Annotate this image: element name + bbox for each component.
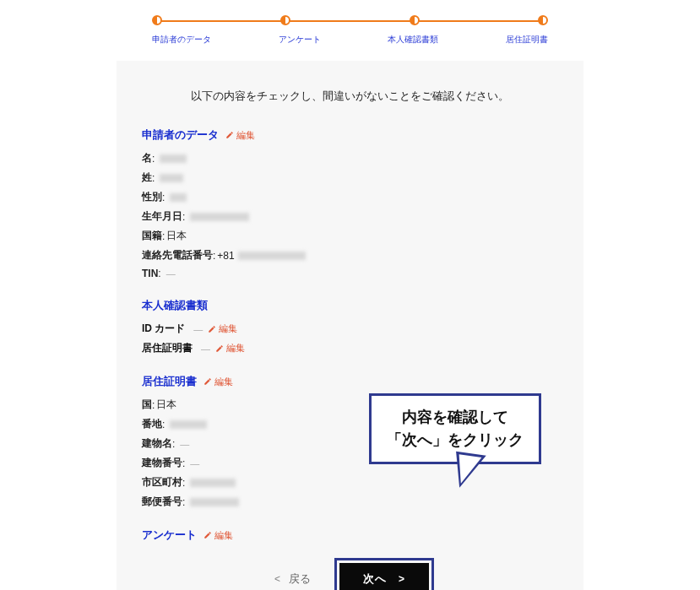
phone-label: 連絡先電話番号 [142,248,213,263]
residence-title: 居住証明書 [142,374,197,389]
edit-id-card-button[interactable]: 編集 [208,322,237,335]
back-button[interactable]: < 戻る [266,565,319,590]
edit-label: 編集 [219,322,237,335]
step-dot-3 [410,15,420,25]
callout-line2: 「次へ」をクリック [387,429,524,452]
pencil-icon [203,377,212,386]
step-label-1: 申請者のデータ [152,34,211,46]
edit-label: 編集 [226,342,245,355]
building-no-label: 建物番号 [142,456,182,470]
phone-value-redacted [238,252,306,260]
back-label: 戻る [289,571,311,587]
city-label: 市区町村 [142,475,182,490]
dob-label: 生年月日 [142,209,182,224]
dob-value-redacted [190,213,249,221]
step-label-3: 本人確認書類 [388,34,438,46]
edit-residence-proof-button[interactable]: 編集 [215,342,245,355]
edit-label: 編集 [214,529,233,542]
step-dot-4 [538,15,548,25]
edit-residence-button[interactable]: 編集 [203,376,233,388]
applicant-title: 申請者のデータ [142,127,219,143]
edit-applicant-button[interactable]: 編集 [225,129,255,142]
name-label: 名 [142,151,152,165]
country-value: 日本 [156,398,176,412]
street-value-redacted [170,420,207,429]
chevron-left-icon: < [274,573,280,585]
edit-label: 編集 [214,376,233,388]
pencil-icon [215,344,224,353]
nationality-value: 日本 [166,229,187,243]
step-dot-1 [152,15,162,25]
street-label: 番地 [142,417,162,431]
button-row: < 戻る 次へ > [142,558,558,590]
next-highlight-frame: 次へ > [334,558,434,590]
gender-value-redacted [170,193,187,202]
callout-arrow [451,452,486,491]
step-label-4: 居住証明書 [506,34,548,46]
identity-section: 本人確認書類 ID カード — 編集 居住証明書 — 編集 [142,298,558,355]
id-card-label: ID カード [142,322,185,336]
surname-label: 姓 [142,171,152,185]
pencil-icon [208,325,216,333]
step-label-2: アンケート [279,34,321,46]
identity-title: 本人確認書類 [142,298,208,313]
pencil-icon [203,531,212,539]
surname-value-redacted [160,174,183,182]
postal-label: 郵便番号 [142,495,182,509]
country-label: 国 [142,398,152,412]
postal-value-redacted [190,498,239,506]
next-button[interactable]: 次へ > [339,563,429,590]
applicant-section: 申請者のデータ 編集 名: 姓: 性別: 生年月日: 国籍: 日本 連絡先電話番… [142,127,558,279]
city-value-redacted [190,479,236,487]
next-label: 次へ [363,571,387,587]
phone-prefix: +81 [217,250,234,262]
step-dot-2 [280,15,290,25]
building-name-label: 建物名 [142,436,172,451]
nationality-label: 国籍 [142,229,162,243]
chevron-right-icon: > [399,573,405,585]
residence-proof-sub-label: 居住証明書 [142,341,193,355]
edit-label: 編集 [236,129,255,142]
callout-line1: 内容を確認して [387,406,524,429]
survey-section: アンケート 編集 [142,528,558,543]
gender-label: 性別 [142,190,162,204]
review-panel: 以下の内容をチェックし、間違いがないことをご確認ください。 申請者のデータ 編集… [117,61,583,590]
intro-text: 以下の内容をチェックし、間違いがないことをご確認ください。 [142,89,558,104]
edit-survey-button[interactable]: 編集 [203,529,233,542]
progress-stepper: 申請者のデータ アンケート 本人確認書類 居住証明書 [0,0,700,46]
tin-label: TIN [142,268,158,279]
pencil-icon [225,131,234,139]
name-value-redacted [160,154,187,163]
tin-value: — [166,268,176,279]
survey-title: アンケート [142,528,197,543]
